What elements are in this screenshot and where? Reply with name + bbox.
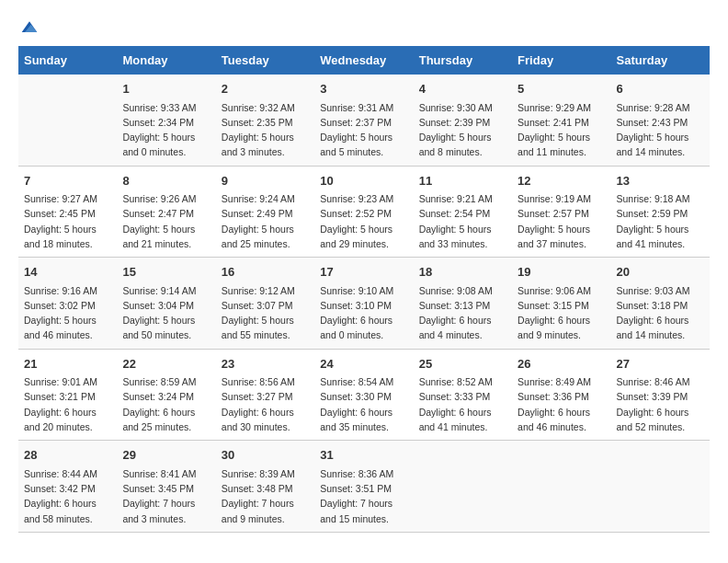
day-info: Sunrise: 8:36 AMSunset: 3:51 PMDaylight:… — [320, 466, 407, 526]
calendar-cell — [512, 441, 610, 533]
day-header-tuesday: Tuesday — [216, 46, 314, 75]
calendar-cell: 12Sunrise: 9:19 AMSunset: 2:57 PMDayligh… — [512, 166, 610, 258]
calendar-cell: 19Sunrise: 9:06 AMSunset: 3:15 PMDayligh… — [512, 258, 610, 350]
day-info: Sunrise: 8:44 AMSunset: 3:42 PMDaylight:… — [24, 466, 111, 526]
calendar-cell: 1Sunrise: 9:33 AMSunset: 2:34 PMDaylight… — [117, 75, 215, 166]
calendar-cell: 30Sunrise: 8:39 AMSunset: 3:48 PMDayligh… — [216, 441, 314, 533]
calendar-cell: 7Sunrise: 9:27 AMSunset: 2:45 PMDaylight… — [18, 166, 117, 258]
calendar-cell: 14Sunrise: 9:16 AMSunset: 3:02 PMDayligh… — [18, 258, 117, 350]
calendar-cell: 29Sunrise: 8:41 AMSunset: 3:45 PMDayligh… — [117, 441, 215, 533]
day-info: Sunrise: 9:01 AMSunset: 3:21 PMDaylight:… — [24, 374, 111, 434]
day-header-monday: Monday — [117, 46, 215, 75]
day-info: Sunrise: 8:41 AMSunset: 3:45 PMDaylight:… — [122, 466, 210, 526]
calendar-cell: 26Sunrise: 8:49 AMSunset: 3:36 PMDayligh… — [512, 349, 610, 441]
day-info: Sunrise: 8:54 AMSunset: 3:30 PMDaylight:… — [320, 374, 407, 434]
calendar-cell: 22Sunrise: 8:59 AMSunset: 3:24 PMDayligh… — [117, 349, 215, 441]
day-number: 4 — [419, 80, 506, 98]
day-info: Sunrise: 8:46 AMSunset: 3:39 PMDaylight:… — [617, 374, 704, 434]
day-header-thursday: Thursday — [414, 46, 512, 75]
calendar-table: SundayMondayTuesdayWednesdayThursdayFrid… — [18, 46, 710, 533]
calendar-cell: 11Sunrise: 9:21 AMSunset: 2:54 PMDayligh… — [414, 166, 512, 258]
calendar-cell: 5Sunrise: 9:29 AMSunset: 2:41 PMDaylight… — [512, 75, 610, 166]
calendar-cell: 4Sunrise: 9:30 AMSunset: 2:39 PMDaylight… — [414, 75, 512, 166]
day-info: Sunrise: 9:10 AMSunset: 3:10 PMDaylight:… — [320, 283, 407, 343]
day-info: Sunrise: 9:26 AMSunset: 2:47 PMDaylight:… — [122, 191, 210, 251]
day-number: 20 — [617, 263, 704, 282]
day-info: Sunrise: 9:14 AMSunset: 3:04 PMDaylight:… — [122, 283, 210, 343]
day-info: Sunrise: 9:31 AMSunset: 2:37 PMDaylight:… — [320, 100, 407, 160]
day-header-wednesday: Wednesday — [314, 46, 413, 75]
day-number: 16 — [222, 263, 309, 282]
day-info: Sunrise: 8:39 AMSunset: 3:48 PMDaylight:… — [222, 466, 309, 526]
day-info: Sunrise: 9:21 AMSunset: 2:54 PMDaylight:… — [419, 191, 506, 251]
calendar-cell: 24Sunrise: 8:54 AMSunset: 3:30 PMDayligh… — [314, 349, 413, 441]
calendar-cell: 6Sunrise: 9:28 AMSunset: 2:43 PMDaylight… — [611, 75, 710, 166]
day-number: 13 — [617, 172, 704, 190]
calendar-cell: 25Sunrise: 8:52 AMSunset: 3:33 PMDayligh… — [414, 349, 512, 441]
day-info: Sunrise: 9:03 AMSunset: 3:18 PMDaylight:… — [617, 283, 704, 343]
day-number: 31 — [320, 446, 407, 465]
calendar-cell — [611, 441, 710, 533]
calendar-cell: 9Sunrise: 9:24 AMSunset: 2:49 PMDaylight… — [216, 166, 314, 258]
day-number: 26 — [518, 355, 605, 373]
day-info: Sunrise: 9:33 AMSunset: 2:34 PMDaylight:… — [122, 100, 210, 160]
day-info: Sunrise: 9:32 AMSunset: 2:35 PMDaylight:… — [222, 100, 309, 160]
day-headers-row: SundayMondayTuesdayWednesdayThursdayFrid… — [18, 46, 710, 75]
day-number: 18 — [419, 263, 506, 282]
calendar-cell: 16Sunrise: 9:12 AMSunset: 3:07 PMDayligh… — [216, 258, 314, 350]
day-number: 19 — [518, 263, 605, 282]
day-info: Sunrise: 9:16 AMSunset: 3:02 PMDaylight:… — [24, 283, 111, 343]
day-number: 29 — [122, 446, 210, 465]
calendar-cell — [414, 441, 512, 533]
day-info: Sunrise: 9:18 AMSunset: 2:59 PMDaylight:… — [617, 191, 704, 251]
calendar-cell: 31Sunrise: 8:36 AMSunset: 3:51 PMDayligh… — [314, 441, 413, 533]
week-row-4: 21Sunrise: 9:01 AMSunset: 3:21 PMDayligh… — [18, 349, 710, 441]
calendar-cell: 23Sunrise: 8:56 AMSunset: 3:27 PMDayligh… — [216, 349, 314, 441]
day-info: Sunrise: 9:06 AMSunset: 3:15 PMDaylight:… — [518, 283, 605, 343]
day-number: 28 — [24, 446, 111, 465]
day-number: 10 — [320, 172, 407, 190]
page-header — [18, 18, 710, 37]
calendar-cell: 10Sunrise: 9:23 AMSunset: 2:52 PMDayligh… — [314, 166, 413, 258]
calendar-cell: 28Sunrise: 8:44 AMSunset: 3:42 PMDayligh… — [18, 441, 117, 533]
day-number: 17 — [320, 263, 407, 282]
week-row-1: 1Sunrise: 9:33 AMSunset: 2:34 PMDaylight… — [18, 75, 710, 166]
day-info: Sunrise: 9:28 AMSunset: 2:43 PMDaylight:… — [617, 100, 704, 160]
day-number: 8 — [122, 172, 210, 190]
day-info: Sunrise: 9:23 AMSunset: 2:52 PMDaylight:… — [320, 191, 407, 251]
day-number: 21 — [24, 355, 111, 373]
calendar-cell: 17Sunrise: 9:10 AMSunset: 3:10 PMDayligh… — [314, 258, 413, 350]
calendar-cell: 15Sunrise: 9:14 AMSunset: 3:04 PMDayligh… — [117, 258, 215, 350]
logo-icon — [20, 18, 39, 37]
day-number: 3 — [320, 80, 407, 98]
week-row-3: 14Sunrise: 9:16 AMSunset: 3:02 PMDayligh… — [18, 258, 710, 350]
day-info: Sunrise: 9:08 AMSunset: 3:13 PMDaylight:… — [419, 283, 506, 343]
day-number: 22 — [122, 355, 210, 373]
day-info: Sunrise: 8:52 AMSunset: 3:33 PMDaylight:… — [419, 374, 506, 434]
day-number: 25 — [419, 355, 506, 373]
calendar-cell: 20Sunrise: 9:03 AMSunset: 3:18 PMDayligh… — [611, 258, 710, 350]
day-number: 30 — [222, 446, 309, 465]
calendar-cell: 27Sunrise: 8:46 AMSunset: 3:39 PMDayligh… — [611, 349, 710, 441]
week-row-2: 7Sunrise: 9:27 AMSunset: 2:45 PMDaylight… — [18, 166, 710, 258]
calendar-cell: 13Sunrise: 9:18 AMSunset: 2:59 PMDayligh… — [611, 166, 710, 258]
day-number: 7 — [24, 172, 111, 190]
day-header-saturday: Saturday — [611, 46, 710, 75]
day-number: 14 — [24, 263, 111, 282]
day-info: Sunrise: 9:24 AMSunset: 2:49 PMDaylight:… — [222, 191, 309, 251]
day-info: Sunrise: 8:59 AMSunset: 3:24 PMDaylight:… — [122, 374, 210, 434]
logo — [18, 18, 39, 37]
day-info: Sunrise: 8:56 AMSunset: 3:27 PMDaylight:… — [222, 374, 309, 434]
day-number: 9 — [222, 172, 309, 190]
day-number: 15 — [122, 263, 210, 282]
day-info: Sunrise: 9:29 AMSunset: 2:41 PMDaylight:… — [518, 100, 605, 160]
day-number: 23 — [222, 355, 309, 373]
calendar-cell: 2Sunrise: 9:32 AMSunset: 2:35 PMDaylight… — [216, 75, 314, 166]
day-number: 12 — [518, 172, 605, 190]
day-info: Sunrise: 9:12 AMSunset: 3:07 PMDaylight:… — [222, 283, 309, 343]
day-header-friday: Friday — [512, 46, 610, 75]
day-number: 24 — [320, 355, 407, 373]
day-number: 5 — [518, 80, 605, 98]
calendar-cell — [18, 75, 117, 166]
day-info: Sunrise: 9:27 AMSunset: 2:45 PMDaylight:… — [24, 191, 111, 251]
